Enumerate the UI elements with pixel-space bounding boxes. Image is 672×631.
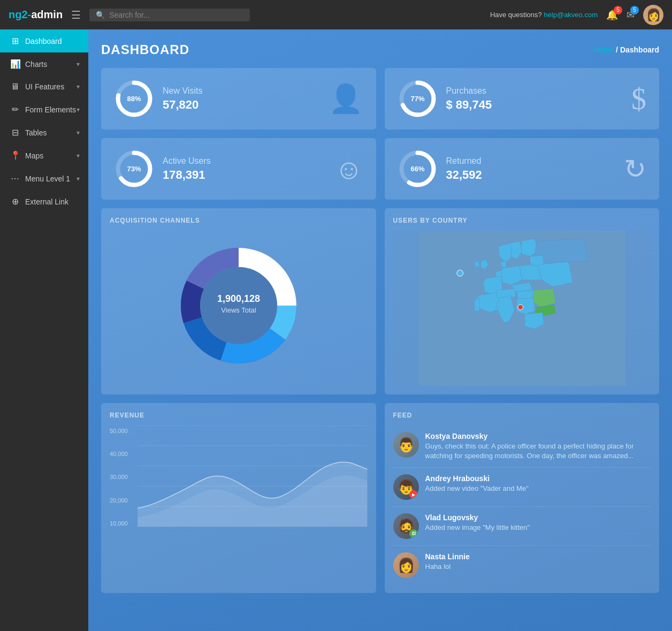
- tables-icon: ⊟: [10, 127, 20, 138]
- purchases-circle: 77%: [398, 79, 438, 119]
- external-link-icon: ⊕: [10, 196, 20, 207]
- feed-name-1: Kostya Danovsky: [425, 432, 651, 440]
- breadcrumb-home-link[interactable]: Home: [594, 45, 614, 54]
- search-input[interactable]: [109, 11, 243, 19]
- user-avatar[interactable]: 👩: [643, 5, 663, 25]
- svg-text:1,900,128: 1,900,128: [217, 293, 260, 304]
- chevron-down-icon: ▾: [77, 106, 80, 113]
- sidebar-label-form: Form Elements: [25, 105, 77, 114]
- svg-text:66%: 66%: [410, 165, 424, 173]
- svg-text:88%: 88%: [127, 95, 141, 103]
- acquisition-title: ACQUISITION CHANNELS: [110, 217, 368, 224]
- stat-card-active-users: 73% Active Users 178,391 ☺: [101, 138, 376, 200]
- sidebar-item-charts[interactable]: 📊 Charts ▾: [0, 52, 88, 75]
- returned-label: Returned: [446, 156, 616, 166]
- sidebar-item-tables[interactable]: ⊟ Tables ▾: [0, 121, 88, 144]
- acquisition-panel: ACQUISITION CHANNELS: [101, 208, 376, 394]
- mail-badge: 5: [630, 6, 639, 14]
- stat-card-purchases: 77% Purchases $ 89,745 $: [385, 68, 660, 130]
- sidebar-item-ui-features[interactable]: 🖥 UI Features ▾: [0, 75, 88, 98]
- revenue-chart-svg: [138, 425, 368, 527]
- feed-item: 👨 Kostya Danovsky Guys, check this out: …: [393, 425, 651, 468]
- feed-avatar-2: 👦 ▶: [393, 474, 419, 500]
- donut-chart: 1,900,128 Views Total: [110, 231, 368, 381]
- revenue-title: REVENUE: [110, 412, 368, 419]
- revenue-chart-container: 50,000 40,000 30,000 20,000 10,000: [110, 425, 368, 529]
- refresh-icon: ↻: [624, 154, 646, 185]
- sidebar-item-form-elements[interactable]: ✏ Form Elements ▾: [0, 98, 88, 121]
- returned-value: 32,592: [446, 168, 616, 182]
- feed-content-1: Kostya Danovsky Guys, check this out: A …: [425, 432, 651, 461]
- menu-icon: ⋯: [10, 173, 20, 184]
- feed-name-4: Nasta Linnie: [425, 552, 470, 561]
- svg-point-25: [456, 270, 463, 276]
- topbar-right: Have questions? help@akveo.com 🔔 5 ✉ 5 👩: [490, 5, 663, 25]
- feed-text-3: Added new image "My little kitten": [425, 523, 530, 533]
- chevron-down-icon: ▾: [77, 83, 80, 90]
- active-users-value: 178,391: [163, 168, 326, 182]
- feed-avatar-3: 🧔 🖼: [393, 513, 419, 539]
- help-text: Have questions? help@akveo.com: [490, 11, 598, 19]
- sidebar-item-dashboard[interactable]: ⊞ Dashboard: [0, 29, 88, 52]
- chevron-down-icon: ▾: [77, 60, 80, 68]
- svg-text:Views Total: Views Total: [221, 306, 256, 314]
- notification-badge: 5: [614, 6, 622, 14]
- stat-card-new-visits: 88% New Visits 57,820 👤: [101, 68, 376, 130]
- search-bar: 🔍: [89, 9, 250, 21]
- users-by-country-title: USERS BY COUNTRY: [393, 217, 651, 224]
- sidebar-label-charts: Charts: [25, 60, 77, 69]
- europe-map-svg: [393, 231, 651, 386]
- new-visits-value: 57,820: [163, 98, 320, 112]
- logo-suffix: admin: [31, 9, 63, 20]
- new-visits-circle: 88%: [114, 79, 154, 119]
- map-container: [393, 231, 651, 386]
- logo-prefix: ng2-: [9, 9, 31, 20]
- smiley-icon: ☺: [334, 153, 363, 185]
- sidebar-item-menu-level-1[interactable]: ⋯ Menu Level 1 ▾: [0, 167, 88, 190]
- breadcrumb-current: Dashboard: [620, 45, 659, 54]
- sidebar-label-ui: UI Features: [25, 82, 77, 91]
- messages-button[interactable]: ✉ 5: [627, 9, 635, 21]
- active-users-label: Active Users: [163, 156, 326, 166]
- y-label-50k: 50,000: [110, 428, 128, 434]
- new-visits-label: New Visits: [163, 86, 320, 96]
- active-users-circle: 73%: [114, 149, 154, 189]
- feed-item: 👦 ▶ Andrey Hrabouski Added new video "Va…: [393, 468, 651, 507]
- video-badge-icon: ▶: [409, 490, 418, 499]
- ui-icon: 🖥: [10, 82, 20, 92]
- feed-text-1: Guys, check this out: A police officer f…: [425, 442, 651, 461]
- chevron-down-icon: ▾: [77, 152, 80, 159]
- chevron-down-icon: ▾: [77, 129, 80, 136]
- page-header: DASHBOARD Home / Dashboard: [101, 42, 659, 57]
- topbar: ng2-admin ☰ 🔍 Have questions? help@akveo…: [0, 0, 672, 29]
- active-users-info: Active Users 178,391: [163, 156, 326, 182]
- maps-icon: 📍: [10, 150, 20, 161]
- feed-avatar-1: 👨: [393, 432, 419, 458]
- feed-list: 👨 Kostya Danovsky Guys, check this out: …: [393, 425, 651, 584]
- breadcrumb-separator: /: [616, 45, 620, 54]
- sidebar-item-maps[interactable]: 📍 Maps ▾: [0, 144, 88, 167]
- sidebar-label-dashboard: Dashboard: [25, 37, 80, 45]
- app-logo: ng2-admin: [9, 9, 63, 21]
- svg-text:73%: 73%: [127, 165, 141, 173]
- notifications-button[interactable]: 🔔 5: [606, 9, 618, 21]
- feed-content-2: Andrey Hrabouski Added new video "Vader …: [425, 474, 529, 493]
- page-title: DASHBOARD: [101, 42, 189, 57]
- main-layout: ⊞ Dashboard 📊 Charts ▾ 🖥 UI Features ▾ ✏…: [0, 29, 672, 631]
- sidebar-item-external-link[interactable]: ⊕ External Link: [0, 190, 88, 213]
- svg-point-19: [200, 267, 277, 344]
- sidebar-label-maps: Maps: [25, 151, 77, 160]
- chevron-down-icon: ▾: [77, 175, 80, 183]
- help-link[interactable]: help@akveo.com: [544, 11, 598, 19]
- users-by-country-panel: USERS BY COUNTRY: [385, 208, 660, 394]
- y-label-40k: 40,000: [110, 451, 128, 457]
- returned-info: Returned 32,592: [446, 156, 616, 182]
- menu-toggle-icon[interactable]: ☰: [71, 9, 81, 21]
- svg-text:77%: 77%: [410, 95, 424, 103]
- donut-svg: 1,900,128 Views Total: [174, 241, 303, 370]
- new-visits-info: New Visits 57,820: [163, 86, 320, 112]
- image-badge-icon: 🖼: [409, 529, 418, 538]
- y-label-30k: 30,000: [110, 474, 128, 480]
- feed-item: 👩 Nasta Linnie Haha lol: [393, 546, 651, 584]
- person-icon: 👤: [329, 82, 363, 115]
